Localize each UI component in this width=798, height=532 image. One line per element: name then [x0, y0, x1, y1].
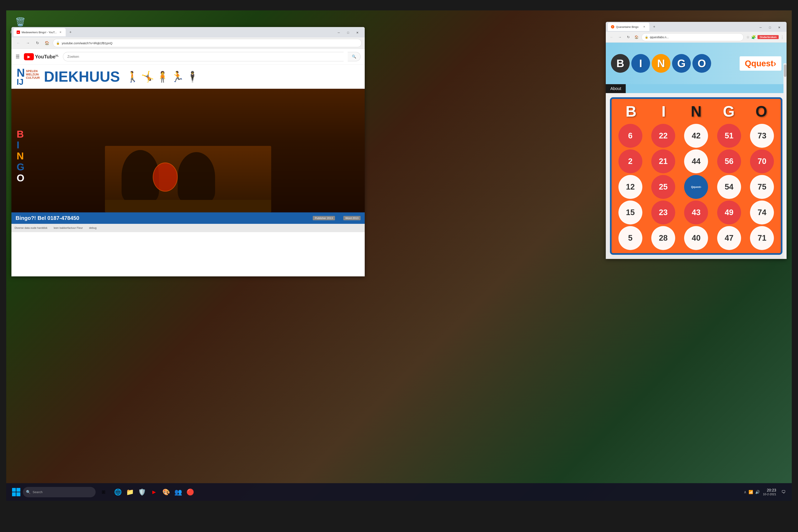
start-button[interactable] [11, 486, 22, 498]
bingo-grid: 6 22 42 51 73 2 21 44 56 7 [615, 124, 778, 250]
home-button[interactable]: 🏠 [43, 39, 51, 47]
bingo-cell-r1c4[interactable]: 51 [717, 124, 741, 148]
volume-icon[interactable]: 🔊 [755, 490, 760, 494]
taskbar-security-app[interactable]: 🛡️ [136, 486, 148, 498]
desktop: 🗑️ Recycle Bin ☁️ OneDrive ▶ Medewerkers… [6, 11, 792, 501]
bingo-minimize-button[interactable]: ─ [757, 24, 765, 31]
bingo-tab-active[interactable]: B Quarantaine Bingo ✕ [608, 23, 649, 31]
bingo-forward-button[interactable]: → [616, 34, 623, 40]
lock-icon: 🔒 [56, 41, 60, 45]
bingo-cell-r3c2[interactable]: 25 [651, 175, 675, 199]
bingo-cell-r2c2[interactable]: 21 [651, 149, 675, 173]
bingo-cell-r4c5[interactable]: 74 [750, 201, 774, 225]
youtube-search-input[interactable] [63, 52, 343, 61]
figure-2: 🤸 [141, 71, 154, 83]
bingo-window: B Quarantaine Bingo ✕ + ─ □ ✕ ← → ↻ 🏠 [606, 22, 786, 259]
ticker-badge-word: Word 2013 [343, 216, 361, 220]
taskbar-apps: 🌐 📁 🛡️ ▶ 🎨 👥 🔴 [112, 486, 196, 498]
bingo-cell-r5c5[interactable]: 71 [750, 226, 774, 250]
url-box[interactable]: 🔒 youtube.com/watch?v=iRqb1fB1pnQ [53, 39, 362, 47]
bingo-new-tab-button[interactable]: + [650, 23, 658, 31]
youtube-logo-suffix: NL [56, 54, 59, 57]
diekhuus-n-letter: N [17, 68, 25, 78]
bingo-url-box[interactable]: 🔒 qquestlabs.n... [642, 33, 744, 41]
url-text: youtube.com/watch?v=iRqb1fB1pnQ [62, 41, 112, 45]
notification-chevron-icon[interactable]: ∧ [744, 490, 746, 494]
hamburger-menu-icon[interactable]: ☰ [16, 54, 20, 59]
bingo-cell-r1c2[interactable]: 22 [651, 124, 675, 148]
bingo-cell-r3c3-free[interactable]: Qquest› [684, 175, 708, 199]
taskbar-paint-app[interactable]: 🎨 [160, 486, 172, 498]
taskbar-explorer-app[interactable]: 📁 [124, 486, 136, 498]
bingo-row-1: 6 22 42 51 73 [615, 124, 778, 148]
bingo-back-button[interactable]: ← [608, 34, 615, 40]
diekhuus-welzijn: WELZIJN [26, 73, 40, 76]
bingo-tab-favicon: B [611, 25, 614, 28]
bingo-cell-r2c3[interactable]: 44 [684, 149, 708, 173]
bingo-cell-r2c5[interactable]: 70 [750, 149, 774, 173]
minimize-button[interactable]: ─ [335, 30, 343, 36]
taskbar-notification-button[interactable]: 🗨 [779, 486, 787, 498]
task-view-button[interactable]: ⊞ [98, 486, 109, 498]
bingo-star-icon[interactable]: ☆ [746, 35, 749, 39]
bingo-cell-r4c4[interactable]: 49 [717, 201, 741, 225]
bingo-cell-r2c4[interactable]: 56 [717, 149, 741, 173]
taskbar-search[interactable]: 🔍 Search [23, 487, 96, 497]
close-button[interactable]: ✕ [353, 30, 362, 36]
bingo-cell-r1c5[interactable]: 73 [750, 124, 774, 148]
bingo-scrollbar-thumb[interactable] [784, 64, 786, 77]
youtube-tab[interactable]: ▶ Medewerkers Bingo! - YouT... ✕ [14, 28, 66, 36]
bingo-cell-r1c3[interactable]: 42 [684, 124, 708, 148]
bingo-toolbar-icons: ☆ 🧩 Onderbroken ⋮ [746, 35, 784, 39]
bottom-labels-bar: Diverse data oude harddisk leen bakkerfa… [12, 224, 365, 232]
youtube-tab-close[interactable]: ✕ [58, 30, 62, 34]
bingo-cell-r3c4[interactable]: 54 [717, 175, 741, 199]
bingo-cell-r5c1[interactable]: 5 [619, 226, 642, 250]
bingo-row-4: 15 23 43 49 74 [615, 201, 778, 225]
chrome-icon: 🔴 [186, 488, 194, 496]
figure-4: 🏃 [171, 71, 184, 83]
taskbar-chrome-app[interactable]: 🔴 [185, 486, 196, 498]
bingo-cell-r3c5[interactable]: 75 [750, 175, 774, 199]
taskbar-edge-app[interactable]: 🌐 [112, 486, 124, 498]
edge-icon: 🌐 [114, 488, 122, 496]
network-icon[interactable]: 📶 [748, 490, 753, 494]
taskbar-clock[interactable]: 20:23 10-2-2021 [763, 488, 776, 496]
bingo-maximize-button[interactable]: □ [766, 24, 774, 31]
maximize-button[interactable]: □ [344, 30, 352, 36]
bingo-cell-r5c2[interactable]: 28 [651, 226, 675, 250]
bingo-col-n: N [684, 102, 708, 121]
bingo-cell-r1c1[interactable]: 6 [619, 124, 642, 148]
windows-logo-icon [12, 488, 20, 496]
forward-button[interactable]: → [24, 39, 32, 47]
taskbar-teams-app[interactable]: 👥 [172, 486, 184, 498]
bingo-menu-icon[interactable]: ⋮ [780, 35, 784, 39]
back-button[interactable]: ← [15, 39, 22, 47]
bingo-tab-close[interactable]: ✕ [642, 25, 646, 29]
bingo-cell-r3c1[interactable]: 12 [619, 175, 642, 199]
bingo-card-area: B I N G O 6 22 42 51 [606, 93, 786, 259]
ticker-text: Bingo?! Bel 0187-478450 [16, 215, 79, 221]
taskbar-youtube-app[interactable]: ▶ [148, 486, 160, 498]
bingo-letter-g: G [17, 162, 24, 173]
bingo-cell-r4c1[interactable]: 15 [619, 201, 642, 225]
bingo-cell-r4c2[interactable]: 23 [651, 201, 675, 225]
bingo-cell-r5c3[interactable]: 40 [684, 226, 708, 250]
bingo-close-button[interactable]: ✕ [775, 24, 783, 31]
bingo-letter-o: O [17, 173, 24, 184]
diekhuus-nij: N IJ SPELEN WELZIJN CULTUUR [17, 68, 40, 86]
bingo-cell-r5c4[interactable]: 47 [717, 226, 741, 250]
bingo-cell-r4c3[interactable]: 43 [684, 201, 708, 225]
youtube-search-button[interactable]: 🔍 [348, 52, 361, 61]
bingo-address-bar: ← → ↻ 🏠 🔒 qquestlabs.n... ☆ 🧩 Onderbroke… [606, 32, 786, 43]
bingo-refresh-button[interactable]: ↻ [625, 34, 631, 40]
bingo-scrollbar[interactable] [783, 63, 786, 259]
bingo-cell-r2c1[interactable]: 2 [619, 149, 642, 173]
bingo-home-button[interactable]: 🏠 [633, 34, 640, 40]
youtube-new-tab-button[interactable]: + [67, 28, 74, 36]
about-badge[interactable]: About [606, 84, 626, 93]
onderbroken-badge: Onderbroken [758, 35, 779, 39]
explorer-icon: 📁 [126, 488, 134, 496]
bingo-extension-icon[interactable]: 🧩 [751, 35, 756, 39]
refresh-button[interactable]: ↻ [34, 39, 41, 47]
